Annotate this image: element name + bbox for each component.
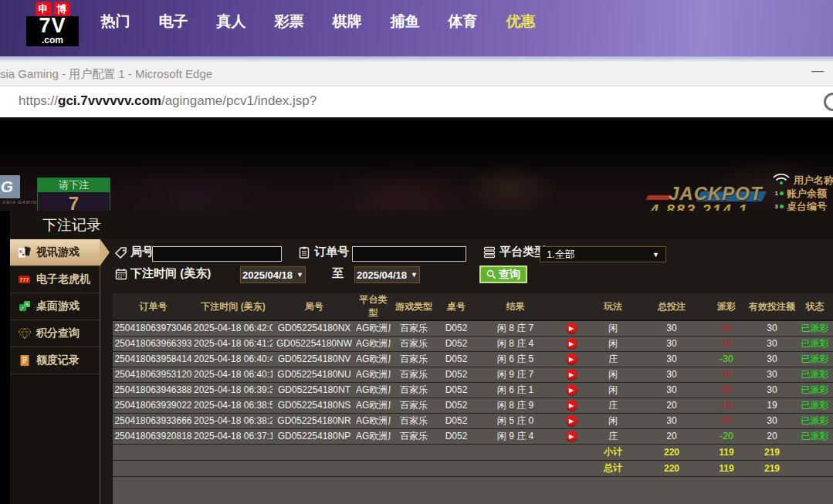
cell-table_no: D052: [437, 397, 476, 413]
total-value: [194, 444, 273, 460]
bet-table-wrap: 订单号下注时间 (美东)局号平台类型游戏类型桌号结果玩法总投注派彩有效投注额状态…: [113, 293, 833, 504]
replay-button[interactable]: ▶: [566, 323, 577, 334]
replay-button[interactable]: ▶: [566, 431, 577, 442]
svg-text:♥: ♥: [22, 252, 25, 257]
replay-cell: ▶: [555, 336, 588, 351]
cell-payout: 30: [705, 367, 748, 382]
platform-select[interactable]: 1.全部 ▼: [540, 246, 666, 262]
cell-game_type: 百家乐: [391, 367, 437, 382]
cell-bet_time: 2025-04-18 06:42:03: [194, 320, 273, 336]
cell-order_id: 250418063966393: [113, 336, 194, 351]
cell-valid_bet: 20: [748, 428, 796, 444]
bet-prompt-box: 请下注 7: [37, 178, 110, 211]
replay-button[interactable]: ▶: [566, 384, 577, 396]
sidebar-item-0[interactable]: K♥视讯游戏: [10, 239, 100, 266]
page-badge-icon: [824, 93, 833, 111]
logo-suffix: .com: [26, 36, 79, 46]
order-input[interactable]: [352, 246, 466, 262]
total-value: [796, 444, 833, 460]
nav-item-3[interactable]: 彩票: [260, 12, 318, 32]
info-number: 3: [772, 203, 778, 210]
calendar-icon: [115, 268, 127, 280]
col-header-4: 游戏类型: [391, 293, 437, 320]
col-header-1: 下注时间 (美东): [194, 293, 273, 320]
sidebar-item-4[interactable]: 额度记录: [10, 347, 100, 374]
col-header-2: 局号: [273, 293, 356, 320]
total-value: [273, 460, 356, 476]
cell-order_id: 250418063920818: [113, 428, 194, 444]
bet-countdown: 7: [38, 192, 110, 211]
replay-button[interactable]: ▶: [566, 369, 577, 381]
address-bar[interactable]: https://gci.7vvvvvv.com/agingame/pcv1/in…: [0, 86, 833, 117]
col-header-0: 订单号: [113, 293, 194, 320]
cell-play_type: 闲: [588, 336, 638, 351]
replay-button[interactable]: ▶: [566, 400, 577, 411]
date-from-picker[interactable]: 2025/04/18 ▼: [240, 266, 306, 283]
sidebar-item-1[interactable]: 777电子老虎机: [10, 266, 100, 293]
jackpot-value: 4,883,214.1: [650, 201, 749, 211]
total-value: [113, 444, 194, 460]
replay-cell: ▶: [555, 367, 588, 382]
nav-item-4[interactable]: 棋牌: [318, 12, 376, 32]
url-text[interactable]: https://gci.7vvvvvv.com/agingame/pcv1/in…: [19, 93, 317, 109]
minimize-button[interactable]: —: [811, 64, 824, 78]
nav-item-0[interactable]: 热门: [86, 12, 144, 32]
cell-table_no: D052: [437, 428, 476, 444]
nav-item-5[interactable]: 捕鱼: [376, 12, 434, 32]
total-value: 119: [705, 460, 748, 476]
cell-valid_bet: 30: [748, 367, 796, 382]
cell-bet_time: 2025-04-18 06:38:54: [194, 397, 273, 413]
date-to-picker[interactable]: 2025/04/18 ▼: [354, 266, 420, 283]
col-header-8: 玩法: [588, 293, 638, 320]
cell-platform: AG欧洲厅: [356, 428, 391, 444]
site-logo[interactable]: 申 博 7V .com: [26, 2, 79, 46]
col-header-7: [555, 293, 588, 320]
cell-bet_time: 2025-04-18 06:39:34: [194, 382, 273, 397]
replay-button[interactable]: ▶: [566, 338, 577, 350]
sidebar-item-2[interactable]: 桌面游戏: [10, 293, 100, 320]
nav-item-1[interactable]: 电子: [144, 12, 202, 32]
cell-status: 已派彩: [796, 320, 833, 336]
cell-status: 已派彩: [796, 413, 833, 428]
cell-table_no: D052: [437, 382, 476, 397]
total-value: [273, 444, 356, 460]
total-value: [113, 460, 194, 476]
nav-item-6[interactable]: 体育: [434, 12, 492, 32]
cell-bet_total: 30: [638, 320, 705, 336]
panel-main: 局号 订单号 平台类型 1.全部 ▼ 下注时间 (美东) 2025/04/18 …: [101, 239, 833, 504]
cell-play_type: 闲: [588, 413, 638, 428]
replay-cell: ▶: [555, 413, 588, 428]
cell-order_id: 250418063958414: [113, 351, 194, 367]
sidebar-item-3[interactable]: 积分查询: [10, 320, 100, 347]
table-row: 2504180639584142025-04-18 06:40:41GD0522…: [113, 351, 833, 367]
table-row: 2504180639663932025-04-18 06:41:26GD0522…: [113, 336, 833, 351]
platform-selected-value: 1.全部: [547, 248, 575, 262]
cell-platform: AG欧洲厅: [356, 336, 391, 351]
cell-round_id: GD052254180NW: [273, 336, 356, 351]
ledger-icon: [18, 354, 32, 367]
chevron-down-icon: ▼: [411, 271, 418, 279]
bet-time-label: 下注时间 (美东): [130, 266, 211, 281]
search-button[interactable]: 查询: [479, 266, 527, 283]
sidebar-item-label: 电子老虎机: [36, 272, 90, 286]
asia-gaming-logo: G: [0, 175, 20, 198]
replay-button[interactable]: ▶: [566, 415, 577, 427]
cards-icon: K♥: [18, 246, 32, 259]
total-value: 219: [748, 460, 796, 476]
cell-bet_time: 2025-04-18 06:37:12: [194, 428, 273, 444]
replay-cell: ▶: [555, 320, 588, 336]
total-value: [391, 460, 437, 476]
round-input[interactable]: [152, 246, 282, 262]
cell-round_id: GD052254180NP: [273, 428, 356, 444]
sidebar-item-label: 额度记录: [36, 353, 80, 367]
cell-round_id: GD052254180NS: [273, 397, 356, 413]
sidebar-item-label: 视讯游戏: [36, 245, 80, 259]
search-icon: [486, 269, 496, 279]
nav-item-7[interactable]: 优惠: [492, 12, 550, 32]
info-row-0: 用户名称: [772, 174, 833, 187]
replay-button[interactable]: ▶: [566, 353, 577, 365]
nav-item-2[interactable]: 真人: [202, 12, 260, 32]
cell-order_id: 250418063939022: [113, 397, 194, 413]
window-titlebar[interactable]: sia Gaming - 用户配置 1 - Microsoft Edge —: [0, 62, 833, 86]
chevron-down-icon: ▼: [296, 271, 303, 279]
